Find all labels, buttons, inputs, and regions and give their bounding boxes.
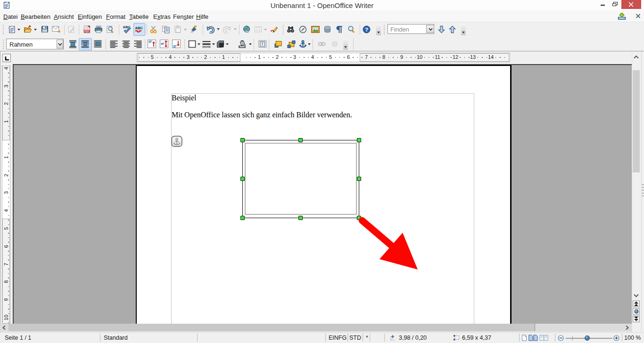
svg-text:PDF: PDF: [84, 30, 90, 33]
svg-text:ABC: ABC: [135, 26, 143, 30]
svg-text:?: ?: [365, 27, 368, 33]
